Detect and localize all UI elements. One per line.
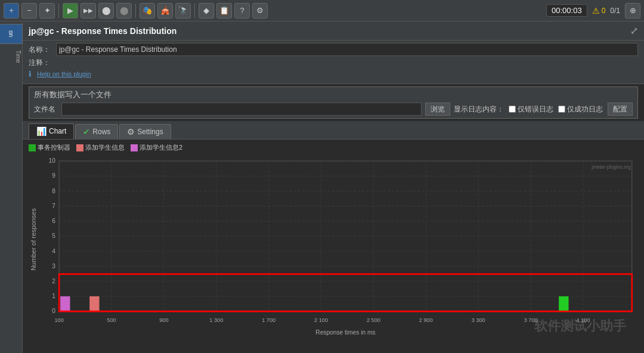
error-log-label: 仅错误日志 xyxy=(518,104,553,114)
svg-text:4 100: 4 100 xyxy=(577,316,590,323)
legend-label-0: 事务控制器 xyxy=(38,143,70,152)
legend-label-1: 添加学生信息 xyxy=(85,143,125,152)
sidebar-item-active[interactable]: on xyxy=(0,24,23,44)
timer-display: 00:00:03 xyxy=(546,4,587,17)
comment-label: 注释： xyxy=(29,58,52,68)
svg-text:2: 2 xyxy=(52,277,55,284)
svg-text:6: 6 xyxy=(52,217,55,224)
file-section-title: 所有数据写入一个文件 xyxy=(34,89,633,100)
name-label: 名称： xyxy=(29,45,52,55)
help-button[interactable]: ? xyxy=(234,3,250,18)
panel-header: jp@gc - Response Times Distribution ⤢ xyxy=(23,21,644,41)
list-button[interactable]: 📋 xyxy=(216,3,232,18)
help-link[interactable]: Help on this plugin xyxy=(37,70,91,78)
tab-chart[interactable]: 📊 Chart xyxy=(29,123,74,139)
chart-tab-label: Chart xyxy=(49,127,66,135)
legend-label-2: 添加学生信息2 xyxy=(140,143,182,152)
tabs-bar: 📊 Chart ✔ Rows ⚙ Settings xyxy=(23,121,644,140)
warning-badge: ⚠ 0 xyxy=(592,6,606,16)
toolbar-right: 00:00:03 ⚠ 0 0/1 ⊕ xyxy=(546,3,640,18)
legend-item-2: 添加学生信息2 xyxy=(131,143,182,152)
success-log-checkbox-item: 仅成功日志 xyxy=(558,104,603,114)
svg-text:10: 10 xyxy=(49,157,55,164)
comment-row: 注释： xyxy=(29,58,638,68)
warning-icon: ⚠ xyxy=(592,6,600,16)
stop-button[interactable]: ⬤ xyxy=(98,3,114,18)
svg-text:1: 1 xyxy=(52,292,55,299)
jmeter-button[interactable]: 🎪 xyxy=(157,3,173,18)
error-log-checkbox-item: 仅错误日志 xyxy=(509,104,553,114)
svg-text:3: 3 xyxy=(52,262,55,269)
svg-text:3 300: 3 300 xyxy=(472,316,485,323)
warning-count: 0 xyxy=(602,7,606,15)
legend-color-0 xyxy=(29,144,36,151)
svg-rect-48 xyxy=(559,296,568,311)
counter-badge: 0/1 xyxy=(610,7,620,15)
stop2-button[interactable]: ⬤ xyxy=(116,3,132,18)
svg-text:3 700: 3 700 xyxy=(524,316,538,323)
file-section: 所有数据写入一个文件 文件名 浏览 显示日志内容： 仅错误日志 仅成功日志 配置 xyxy=(29,86,638,119)
svg-rect-47 xyxy=(89,296,99,311)
chart-legend: 事务控制器 添加学生信息 添加学生信息2 xyxy=(29,143,638,152)
add-button[interactable]: + xyxy=(4,3,19,18)
svg-text:1 700: 1 700 xyxy=(262,316,275,323)
sidebar-active-label: on xyxy=(8,30,14,37)
svg-text:2 100: 2 100 xyxy=(314,316,328,323)
file-input[interactable] xyxy=(61,103,422,116)
svg-text:Response times in ms: Response times in ms xyxy=(315,328,375,335)
svg-text:900: 900 xyxy=(159,316,168,323)
legend-color-2 xyxy=(131,144,138,151)
chart-area: 事务控制器 添加学生信息 添加学生信息2 xyxy=(23,140,644,353)
expand-button[interactable]: ⤢ xyxy=(630,25,638,36)
file-row: 文件名 浏览 显示日志内容： 仅错误日志 仅成功日志 配置 xyxy=(34,103,633,116)
error-log-checkbox[interactable] xyxy=(509,106,516,113)
success-log-checkbox[interactable] xyxy=(558,106,565,113)
start-no-pause-button[interactable]: ▶▶ xyxy=(80,3,96,18)
toolbar: + − ✦ ▶ ▶▶ ⬤ ⬤ 🎭 🎪 🔭 ◆ 📋 ? ⚙ 00:00:03 ⚠ … xyxy=(0,0,644,21)
puppet-button[interactable]: 🎭 xyxy=(140,3,155,18)
remove-button[interactable]: − xyxy=(21,3,37,18)
sep1 xyxy=(58,4,59,18)
tab-rows[interactable]: ✔ Rows xyxy=(75,124,118,139)
sep2 xyxy=(135,4,136,18)
file-label: 文件名 xyxy=(34,104,58,114)
settings-tab-label: Settings xyxy=(137,128,163,136)
svg-text:Number of responses: Number of responses xyxy=(30,208,38,271)
settings-toolbar-button[interactable]: ⚙ xyxy=(252,3,268,18)
config-button[interactable]: 配置 xyxy=(608,103,633,116)
name-row: 名称： xyxy=(29,43,638,56)
info-icon: ℹ xyxy=(29,70,32,78)
search-button[interactable]: 🔭 xyxy=(175,3,191,18)
svg-rect-46 xyxy=(60,296,70,311)
svg-text:1 300: 1 300 xyxy=(209,316,223,323)
svg-text:5: 5 xyxy=(52,232,55,239)
log-label: 显示日志内容： xyxy=(454,104,504,114)
legend-color-1 xyxy=(76,144,83,151)
rows-tab-label: Rows xyxy=(92,128,110,136)
success-log-label: 仅成功日志 xyxy=(567,104,603,114)
tab-settings[interactable]: ⚙ Settings xyxy=(119,124,171,139)
svg-text:7: 7 xyxy=(52,202,55,209)
name-input[interactable] xyxy=(56,43,638,56)
start-button[interactable]: ▶ xyxy=(63,3,78,18)
browse-button[interactable]: 浏览 xyxy=(425,103,450,116)
svg-text:500: 500 xyxy=(107,316,116,323)
svg-text:2 900: 2 900 xyxy=(419,316,433,323)
svg-text:9: 9 xyxy=(52,172,55,179)
diamond-button[interactable]: ◆ xyxy=(199,3,214,18)
sidebar: on Time xyxy=(0,21,23,353)
sidebar-time-label: Time xyxy=(1,50,21,63)
chart-svg: 10 9 8 7 6 5 4 3 2 1 0 100 500 900 1 300… xyxy=(29,154,638,344)
svg-text:jmeter-plugins.org: jmeter-plugins.org xyxy=(591,164,631,170)
legend-item-0: 事务控制器 xyxy=(29,143,70,152)
form-area: 名称： 注释： ℹ Help on this plugin xyxy=(23,41,644,84)
svg-text:4: 4 xyxy=(52,247,55,254)
help-row: ℹ Help on this plugin xyxy=(29,70,638,78)
main-content: jp@gc - Response Times Distribution ⤢ 名称… xyxy=(23,21,644,353)
chart-tab-icon: 📊 xyxy=(36,126,47,136)
rows-tab-icon: ✔ xyxy=(83,127,90,137)
settings-tab-icon: ⚙ xyxy=(127,127,135,137)
sep3 xyxy=(194,4,195,18)
global-settings-button[interactable]: ⊕ xyxy=(625,3,640,18)
tool3-button[interactable]: ✦ xyxy=(39,3,55,18)
